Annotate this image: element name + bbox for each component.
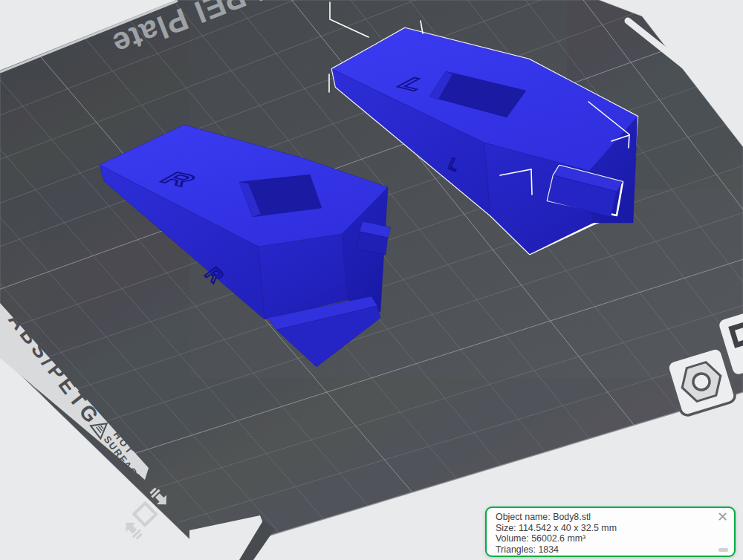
object-volume-text: Volume: 56002.6 mm³ (496, 533, 712, 544)
object-triangles-text: Triangles: 1834 (496, 544, 712, 556)
panel-resize-handle[interactable] (718, 548, 728, 552)
object-name-text: Object name: Body8.stl (496, 512, 712, 523)
close-icon[interactable]: ✕ (717, 510, 728, 524)
object-size-text: Size: 114.542 x 40 x 32.5 mm (496, 523, 712, 534)
object-info-panel: Object name: Body8.stl Size: 114.542 x 4… (485, 507, 736, 557)
3d-viewport[interactable]: Textured PEI Plate ABS/PETG HOT SURFACE (0, 0, 743, 560)
